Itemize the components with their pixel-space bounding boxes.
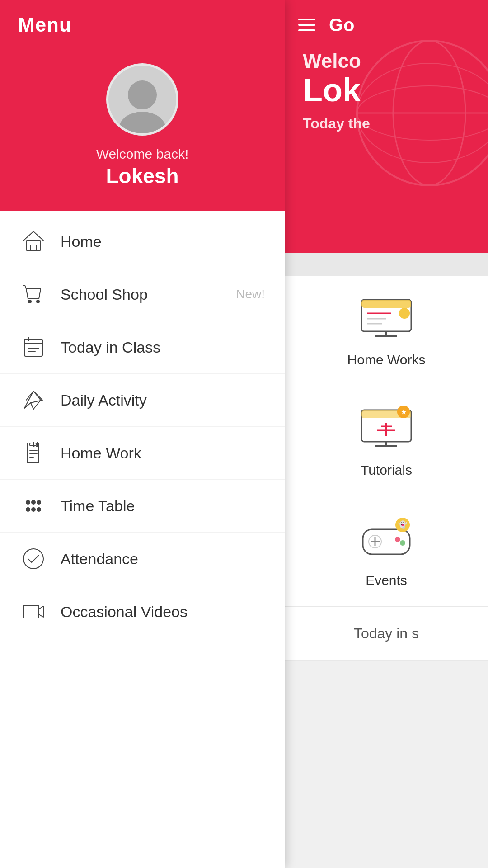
sidebar-item-daily-activity[interactable]: Daily Activity bbox=[0, 374, 285, 427]
svg-point-4 bbox=[28, 300, 31, 303]
drawer-menu-title: Menu bbox=[18, 14, 72, 36]
svg-point-27 bbox=[37, 508, 41, 511]
attendance-icon bbox=[20, 545, 47, 572]
profile-name: Lokesh bbox=[106, 164, 178, 188]
svg-point-22 bbox=[26, 500, 30, 504]
daily-activity-icon bbox=[20, 387, 47, 414]
tutorials-card-icon: ★ bbox=[357, 403, 416, 453]
card-events-label: Events bbox=[366, 571, 407, 589]
right-topbar-go-text: Go bbox=[329, 15, 355, 35]
card-tutorials[interactable]: ★ Tutorials bbox=[285, 386, 488, 496]
sidebar-item-home-work[interactable]: Home Work bbox=[0, 427, 285, 480]
banner-decor bbox=[352, 36, 488, 192]
school-shop-badge: New! bbox=[236, 287, 265, 302]
home-icon bbox=[20, 228, 47, 255]
svg-marker-30 bbox=[39, 606, 43, 617]
today-class-icon bbox=[20, 334, 47, 361]
school-shop-icon bbox=[20, 281, 47, 308]
svg-point-25 bbox=[26, 508, 30, 511]
drawer: Menu Welcome back! Lokesh bbox=[0, 0, 285, 868]
svg-point-1 bbox=[119, 112, 166, 133]
svg-rect-29 bbox=[23, 605, 39, 618]
sidebar-item-occasional-videos[interactable]: Occasional Videos bbox=[0, 585, 285, 638]
sidebar-item-home-work-label: Home Work bbox=[61, 444, 265, 462]
avatar-image bbox=[111, 70, 174, 133]
svg-text:★: ★ bbox=[401, 408, 407, 415]
sidebar-item-daily-activity-label: Daily Activity bbox=[61, 392, 265, 409]
cards-grid: Home Works ★ bbox=[285, 276, 488, 661]
drawer-topbar: Menu bbox=[0, 0, 285, 50]
sidebar-item-attendance-label: Attendance bbox=[61, 550, 265, 568]
svg-point-28 bbox=[23, 549, 43, 569]
svg-point-57 bbox=[395, 537, 400, 542]
svg-line-16 bbox=[31, 403, 33, 409]
card-home-works-label: Home Works bbox=[347, 351, 426, 368]
hamburger-icon[interactable] bbox=[298, 19, 315, 31]
sidebar-item-today-class[interactable]: Today in Class bbox=[0, 321, 285, 374]
sidebar-item-occasional-videos-label: Occasional Videos bbox=[61, 603, 265, 621]
svg-point-41 bbox=[399, 308, 410, 319]
card-today-in-label: Today in s bbox=[354, 624, 419, 643]
sidebar-item-today-class-label: Today in Class bbox=[61, 339, 265, 356]
card-today-in[interactable]: Today in s bbox=[285, 607, 488, 661]
right-banner: Go Welco Lok Today the bbox=[285, 0, 488, 253]
sidebar-item-time-table[interactable]: Time Table bbox=[0, 480, 285, 533]
svg-rect-3 bbox=[30, 245, 37, 250]
sidebar-item-school-shop[interactable]: School Shop New! bbox=[0, 268, 285, 321]
sidebar-item-school-shop-label: School Shop bbox=[61, 286, 236, 303]
drawer-menu-list: Home School Shop New! bbox=[0, 211, 285, 868]
sidebar-item-home-label: Home bbox=[61, 233, 265, 250]
avatar bbox=[106, 63, 178, 136]
time-table-icon bbox=[20, 492, 47, 519]
right-spacer bbox=[285, 253, 488, 276]
card-tutorials-label: Tutorials bbox=[361, 461, 412, 479]
home-work-icon bbox=[20, 439, 47, 467]
right-topbar: Go bbox=[285, 0, 488, 50]
card-home-works[interactable]: Home Works bbox=[285, 276, 488, 386]
events-card-icon: 👻 bbox=[357, 514, 416, 563]
svg-text:👻: 👻 bbox=[398, 520, 407, 529]
right-panel: Go Welco Lok Today the bbox=[285, 0, 488, 868]
sidebar-item-time-table-label: Time Table bbox=[61, 497, 265, 515]
home-works-card-icon bbox=[357, 293, 416, 343]
sidebar-item-attendance[interactable]: Attendance bbox=[0, 533, 285, 585]
svg-rect-37 bbox=[361, 300, 411, 308]
svg-point-26 bbox=[32, 508, 35, 511]
svg-point-23 bbox=[32, 500, 35, 504]
profile-welcome-text: Welcome back! bbox=[96, 146, 189, 162]
svg-point-0 bbox=[128, 80, 157, 109]
sidebar-item-home[interactable]: Home bbox=[0, 215, 285, 268]
drawer-profile: Welcome back! Lokesh bbox=[0, 50, 285, 211]
svg-point-58 bbox=[400, 540, 405, 546]
app-layout: Menu Welcome back! Lokesh bbox=[0, 0, 488, 868]
card-events[interactable]: 👻 Events bbox=[285, 496, 488, 607]
svg-point-24 bbox=[37, 500, 41, 504]
occasional-videos-icon bbox=[20, 598, 47, 625]
svg-point-5 bbox=[37, 300, 39, 303]
